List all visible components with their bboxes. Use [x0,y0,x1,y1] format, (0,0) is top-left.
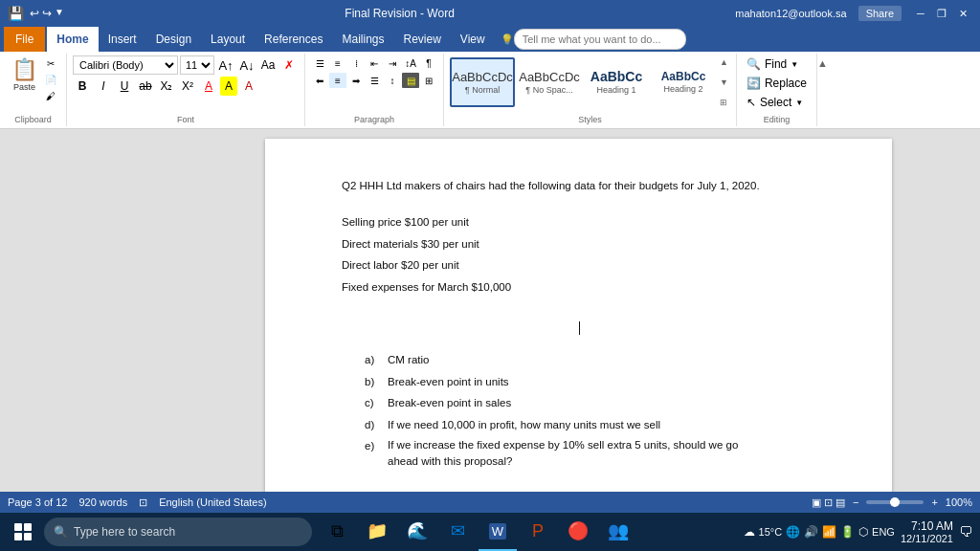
clear-format-button[interactable]: ✗ [279,55,299,75]
increase-indent-button[interactable]: ⇥ [384,55,401,71]
restore-button[interactable]: ❐ [932,4,951,23]
customize-icon[interactable]: ▼ [55,7,64,20]
volume-icon[interactable]: 🔊 [804,525,818,539]
line-spacing-button[interactable]: ↕ [384,73,401,88]
tab-layout[interactable]: Layout [201,27,255,52]
numbering-button[interactable]: ≡ [329,55,346,71]
tab-home[interactable]: Home [47,27,98,52]
align-center-button[interactable]: ≡ [329,73,346,88]
notification-icon[interactable]: 🗨 [959,524,972,540]
style-no-spacing[interactable]: AaBbCcDc ¶ No Spac... [517,57,582,107]
read-mode-icon[interactable]: ▤ [835,496,845,509]
close-button[interactable]: ✕ [953,4,972,23]
format-painter-button[interactable]: 🖌 [43,88,58,103]
font-size-select[interactable]: 11 [180,55,214,75]
word-button[interactable]: W [479,513,517,551]
zoom-level[interactable]: 100% [946,496,972,508]
align-right-button[interactable]: ➡ [347,73,365,88]
edge-button[interactable]: 🌊 [398,513,436,551]
find-dropdown[interactable]: ▼ [791,60,798,69]
data-item-1: Selling price $100 per unit [342,213,815,231]
language-btn[interactable]: ENG [872,526,895,538]
mail-button[interactable]: ✉ [438,513,477,551]
system-clock[interactable]: 7:10 AM 12/11/2021 [901,519,953,544]
tab-references[interactable]: References [255,27,332,52]
web-layout-icon[interactable]: ⊡ [824,496,833,509]
wifi-icon[interactable]: 📶 [822,525,836,539]
superscript-button[interactable]: X² [178,77,197,96]
select-button[interactable]: ↖ Select ▼ [743,94,811,111]
find-button[interactable]: 🔍 Find ▼ [743,55,811,73]
strikethrough-button[interactable]: ab [136,77,155,96]
justify-button[interactable]: ☰ [366,73,383,88]
zoom-minus[interactable]: − [853,496,858,508]
select-dropdown[interactable]: ▼ [795,99,803,107]
page-info: Page 3 of 12 [8,496,67,508]
italic-button[interactable]: I [94,77,113,96]
paste-icon: 📋 [11,57,37,82]
align-left-button[interactable]: ⬅ [311,73,328,88]
paragraph-label: Paragraph [305,115,443,124]
highlight-button[interactable]: A [220,77,237,96]
tab-insert[interactable]: Insert [99,27,146,52]
start-button[interactable] [4,513,42,551]
subscript-button[interactable]: X₂ [157,77,176,96]
share-button[interactable]: Share [858,6,902,21]
bold-button[interactable]: B [73,77,92,96]
tab-file[interactable]: File [4,27,45,52]
copy-button[interactable]: 📄 [43,72,58,87]
zoom-plus[interactable]: + [931,496,937,508]
teams-button[interactable]: 👥 [599,513,637,551]
tab-design[interactable]: Design [146,27,201,52]
underline-button[interactable]: U [115,77,134,96]
replace-button[interactable]: 🔄 Replace [743,75,811,92]
tab-mailings[interactable]: Mailings [332,27,393,52]
data-item-4: Fixed expenses for March $10,000 [342,278,815,296]
paste-button[interactable]: 📋 Paste [8,55,41,103]
tell-me-input[interactable] [514,29,686,50]
styles-scroll-up[interactable]: ▲ [718,57,730,67]
document-page[interactable]: Q2 HHH Ltd makers of chairs had the foll… [265,139,892,492]
doc-scroll-area[interactable]: Q2 HHH Ltd makers of chairs had the foll… [177,129,980,492]
ribbon-tabs: File Home Insert Design Layout Reference… [0,27,980,52]
minimize-button[interactable]: ─ [911,4,930,23]
bullets-button[interactable]: ☰ [311,55,328,71]
grow-font-button[interactable]: A↑ [216,55,235,75]
multilevel-list-button[interactable]: ⁞ [347,55,365,71]
sort-button[interactable]: ↕A [402,55,419,71]
cut-button[interactable]: ✂ [43,55,58,71]
style-heading1[interactable]: AaBbCc Heading 1 [584,57,649,107]
print-layout-icon[interactable]: ▣ [812,496,821,509]
styles-scroll-down[interactable]: ▼ [718,77,730,87]
paragraph-group: ☰ ≡ ⁞ ⇤ ⇥ ↕A ¶ ⬅ ≡ ➡ ☰ ↕ ▤ ⊞ P [305,54,444,126]
taskview-button[interactable]: ⧉ [318,513,356,551]
show-hide-button[interactable]: ¶ [420,55,437,71]
font-color-button[interactable]: A [199,77,218,96]
borders-button[interactable]: ⊞ [420,73,437,88]
font-name-select[interactable]: Calibri (Body) [73,55,178,75]
tab-review[interactable]: Review [393,27,450,52]
style-heading2[interactable]: AaBbCc Heading 2 [651,57,716,107]
battery-icon[interactable]: 🔋 [840,525,855,539]
styles-expand[interactable]: ⊞ [718,98,730,107]
redo-icon[interactable]: ↪ [42,7,52,20]
powerpoint-button[interactable]: P [519,513,557,551]
network-icon[interactable]: 🌐 [786,525,800,539]
red-app-button[interactable]: 🔴 [559,513,597,551]
explorer-button[interactable]: 📁 [358,513,396,551]
shrink-font-button[interactable]: A↓ [237,55,256,75]
undo-icon[interactable]: ↩ [30,7,39,20]
font-color2-button[interactable]: A [239,77,258,96]
left-margin [0,129,177,492]
content-area: Q2 HHH Ltd makers of chairs had the foll… [0,129,980,492]
taskbar-search[interactable]: 🔍 Type here to search [44,518,312,546]
change-case-button[interactable]: Aa [258,55,278,75]
bluetooth-icon[interactable]: ⬡ [858,525,868,539]
ribbon-collapse-button[interactable]: ▲ [817,57,828,69]
tab-view[interactable]: View [451,27,495,52]
user-account[interactable]: mahaton12@outlook.sa [735,8,846,19]
style-normal[interactable]: AaBbCcDc ¶ Normal [450,57,515,107]
decrease-indent-button[interactable]: ⇤ [366,55,383,71]
shading-button[interactable]: ▤ [402,73,419,88]
zoom-slider[interactable] [866,500,924,504]
